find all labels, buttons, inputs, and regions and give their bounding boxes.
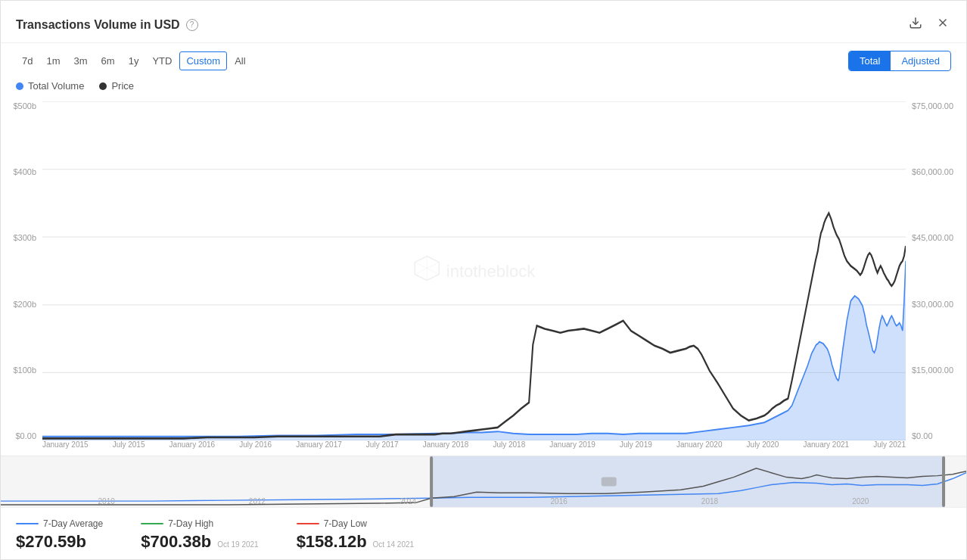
stat-high-label: 7-Day High <box>141 518 258 529</box>
stat-average-value: $270.59b <box>16 532 86 552</box>
header-actions <box>907 14 951 35</box>
main-chart-area: $500b $400b $300b $200b $100b $0.00 $75,… <box>1 98 966 456</box>
stat-high: 7-Day High $700.38b Oct 19 2021 <box>141 518 258 552</box>
nav-x-2016: 2016 <box>551 497 567 506</box>
stat-line-blue <box>16 523 39 525</box>
legend-dot-price <box>99 82 107 90</box>
time-filter-group: 7d 1m 3m 6m 1y YTD Custom All <box>16 51 252 70</box>
chart-svg-container: intotheblock <box>42 101 906 440</box>
stat-line-red <box>297 523 319 525</box>
stat-average-label: 7-Day Average <box>16 518 103 529</box>
legend-label-price: Price <box>111 80 134 92</box>
legend-total-volume: Total Volume <box>16 80 84 92</box>
nav-x-2020: 2020 <box>852 497 869 506</box>
x-label-jan2017: January 2017 <box>296 440 342 456</box>
x-label-jan2021: January 2021 <box>803 440 849 456</box>
stat-line-green <box>141 523 163 525</box>
filter-ytd[interactable]: YTD <box>146 52 178 70</box>
view-adjusted-button[interactable]: Adjusted <box>891 51 950 70</box>
x-label-jul2020: July 2020 <box>747 440 779 456</box>
stat-high-date: Oct 19 2021 <box>217 540 258 549</box>
stat-low-label: 7-Day Low <box>297 518 414 529</box>
nav-x-2012: 2012 <box>249 497 266 506</box>
x-label-jan2018: January 2018 <box>423 440 469 456</box>
filter-1y[interactable]: 1y <box>123 52 145 70</box>
svg-rect-17 <box>602 478 617 487</box>
view-toggle: Total Adjusted <box>848 51 951 71</box>
filter-all[interactable]: All <box>229 52 251 70</box>
x-label-jul2015: July 2015 <box>113 440 145 456</box>
stats-footer: 7-Day Average $270.59b 7-Day High $700.3… <box>1 507 966 559</box>
filter-custom[interactable]: Custom <box>179 51 227 70</box>
y-label-0: $0.00 <box>1 431 42 440</box>
legend-label-volume: Total Volume <box>28 80 84 92</box>
navigator[interactable]: 2010 2012 2014 2016 2018 2020 <box>1 456 966 507</box>
x-label-jan2015: January 2015 <box>42 440 89 456</box>
y-label-400b: $400b <box>1 167 42 176</box>
stat-average-label-text: 7-Day Average <box>43 518 103 529</box>
y-label-500b: $500b <box>1 101 42 110</box>
chart-title: Transactions Volume in USD <box>16 18 180 32</box>
toolbar: 7d 1m 3m 6m 1y YTD Custom All Total Adju… <box>1 43 966 77</box>
stat-high-value: $700.38b <box>141 532 211 552</box>
watermark: intotheblock <box>413 255 535 288</box>
filter-1m[interactable]: 1m <box>40 52 66 70</box>
y-label-r-30k: $30,000.00 <box>906 300 966 309</box>
stat-low-date: Oct 14 2021 <box>373 540 414 549</box>
y-label-300b: $300b <box>1 233 42 242</box>
filter-3m[interactable]: 3m <box>68 52 94 70</box>
view-total-button[interactable]: Total <box>849 51 891 70</box>
watermark-text: intotheblock <box>446 261 535 281</box>
nav-x-2014: 2014 <box>400 497 416 506</box>
x-label-jul2016: July 2016 <box>239 440 272 456</box>
y-label-r-60k: $60,000.00 <box>906 167 966 176</box>
stat-average: 7-Day Average $270.59b <box>16 518 103 552</box>
chart-legend: Total Volume Price <box>1 77 966 98</box>
stat-low: 7-Day Low $158.12b Oct 14 2021 <box>297 518 414 552</box>
header: Transactions Volume in USD ? <box>1 1 966 43</box>
y-label-r-75k: $75,000.00 <box>906 101 966 110</box>
watermark-icon <box>413 255 440 288</box>
x-label-jul2018: July 2018 <box>493 440 525 456</box>
x-label-jul2021: July 2021 <box>873 440 906 456</box>
y-label-100b: $100b <box>1 366 42 375</box>
y-axis-right: $75,000.00 $60,000.00 $45,000.00 $30,000… <box>906 98 966 456</box>
x-label-jan2016: January 2016 <box>169 440 216 456</box>
legend-dot-volume <box>16 82 23 90</box>
x-label-jul2019: July 2019 <box>620 440 652 456</box>
x-label-jan2020: January 2020 <box>676 440 723 456</box>
y-axis-left: $500b $400b $300b $200b $100b $0.00 <box>1 98 42 456</box>
y-label-r-0: $0.00 <box>906 431 966 440</box>
navigator-x-labels: 2010 2012 2014 2016 2018 2020 <box>1 497 966 506</box>
y-label-r-45k: $45,000.00 <box>906 233 966 242</box>
nav-x-2018: 2018 <box>701 497 718 506</box>
header-left: Transactions Volume in USD ? <box>16 18 198 32</box>
filter-6m[interactable]: 6m <box>95 52 121 70</box>
stat-low-label-text: 7-Day Low <box>324 518 367 529</box>
legend-price: Price <box>99 80 134 92</box>
x-label-jul2017: July 2017 <box>366 440 399 456</box>
stat-low-value: $158.12b <box>297 532 367 552</box>
y-label-r-15k: $15,000.00 <box>906 366 966 375</box>
x-label-jan2019: January 2019 <box>549 440 595 456</box>
filter-7d[interactable]: 7d <box>16 52 39 70</box>
stat-high-label-text: 7-Day High <box>168 518 213 529</box>
download-button[interactable] <box>907 14 924 35</box>
help-icon[interactable]: ? <box>186 19 198 31</box>
x-axis: January 2015 July 2015 January 2016 July… <box>42 440 906 456</box>
close-button[interactable] <box>934 14 951 35</box>
y-label-200b: $200b <box>1 300 42 309</box>
nav-x-2010: 2010 <box>98 497 115 506</box>
